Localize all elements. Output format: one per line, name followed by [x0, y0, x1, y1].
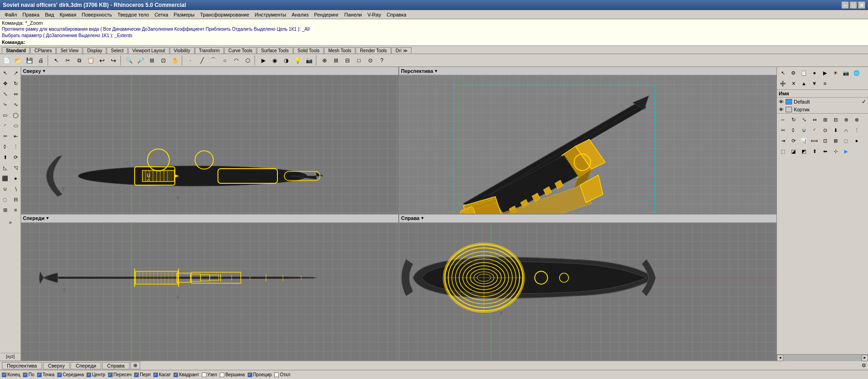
rt-offset[interactable]: ⊙	[820, 125, 830, 135]
snap-point-check[interactable]: ✓	[37, 373, 42, 377]
snap-tan-check[interactable]: ✓	[153, 373, 158, 377]
menu-dimensions[interactable]: Размеры	[171, 11, 197, 18]
lt-surf-extrude[interactable]: ⬆	[0, 152, 10, 162]
rt-boolean[interactable]: ∪	[799, 125, 809, 135]
minimize-button[interactable]: ─	[841, 1, 849, 9]
layer-color-kortik[interactable]	[786, 107, 792, 112]
rt-env[interactable]: 🌐	[852, 68, 862, 78]
tb-zoom-extents[interactable]: ⊡	[158, 55, 169, 66]
tb-select[interactable]: ↖	[51, 55, 62, 66]
menu-tools[interactable]: Инструменты	[252, 11, 289, 18]
tab-curve-tools[interactable]: Curve Tools	[224, 47, 257, 54]
lt-ellipse[interactable]: ⬭	[11, 121, 21, 131]
rt-join[interactable]: ⧲	[788, 125, 798, 135]
snap-vertex-check[interactable]	[220, 373, 224, 377]
menu-surface[interactable]: Поверхность	[79, 11, 115, 18]
rt-extend[interactable]: ⇥	[778, 136, 788, 146]
rt-scale[interactable]: ⤡	[799, 115, 809, 125]
rt-snap2[interactable]: ⊠	[830, 136, 841, 146]
layer-visibility-icon2[interactable]: 👁	[779, 107, 784, 112]
tb-pan[interactable]: ✋	[169, 55, 180, 66]
rt-render3[interactable]: ▶	[841, 146, 851, 156]
rt-pts-off[interactable]: ●	[852, 136, 862, 146]
tab-render-tools[interactable]: Render Tools	[356, 47, 391, 54]
tb-help[interactable]: ?	[376, 55, 387, 66]
lt-circle2[interactable]: ◯	[11, 110, 21, 120]
rt-analyze[interactable]: 📊	[799, 136, 809, 146]
viewport-front-content[interactable]: z x	[21, 223, 398, 361]
tb-material[interactable]: ◑	[281, 55, 292, 66]
rt-render[interactable]: ▶	[820, 68, 830, 78]
lt-scale[interactable]: ⤡	[0, 89, 10, 99]
rt-project[interactable]: ⬇	[830, 125, 841, 135]
tb-render2[interactable]: ◉	[269, 55, 280, 66]
lt-rectangle[interactable]: ▭	[0, 110, 10, 120]
rt-network[interactable]: ⊹	[830, 146, 841, 156]
rt-patch[interactable]: ◪	[788, 146, 798, 156]
tb-print[interactable]: 🖨	[35, 55, 46, 66]
tab-select[interactable]: Select	[107, 47, 128, 54]
tb-snap[interactable]: ⊕	[319, 55, 330, 66]
tb-light[interactable]: 💡	[292, 55, 303, 66]
tab-mesh-tools[interactable]: Mesh Tools	[324, 47, 355, 54]
lt-rotate[interactable]: ↻	[11, 78, 21, 88]
menu-analysis[interactable]: Анализ	[289, 11, 311, 18]
layer-visibility-icon[interactable]: 👁	[779, 99, 784, 104]
tb-paste[interactable]: 📋	[85, 55, 96, 66]
scroll-left[interactable]: ◄	[777, 355, 783, 361]
menu-vray[interactable]: V-Ray	[364, 11, 384, 18]
lt-boolean-union[interactable]: ∪	[0, 184, 10, 194]
rt-drape[interactable]: ◩	[799, 146, 809, 156]
rt-split[interactable]: ⋮	[852, 125, 862, 135]
layer-row-default[interactable]: 👁 Default ✓	[777, 98, 868, 106]
lt-polyline[interactable]: ⤷	[0, 99, 10, 110]
tab-perspective[interactable]: Перспектива	[2, 362, 42, 369]
rt-group[interactable]: ⊕	[841, 115, 851, 125]
lt-cage-edit[interactable]: ⊟	[11, 194, 21, 204]
tb-zoom-out[interactable]: 🔎	[135, 55, 146, 66]
tb-arc[interactable]: ◠	[231, 55, 242, 66]
lt-split[interactable]: ⋮	[11, 142, 21, 152]
menu-help[interactable]: Справка	[384, 11, 409, 18]
viewport-perspective-header[interactable]: Перспектива ▼	[399, 67, 776, 75]
tb-circle[interactable]: ○	[219, 55, 230, 66]
rt-add-layer[interactable]: ➕	[778, 78, 788, 88]
tab-visibility[interactable]: Visibility	[170, 47, 195, 54]
snap-quad-check[interactable]: ✓	[174, 373, 178, 377]
lt-expand[interactable]: ≡	[11, 205, 21, 215]
rt-distance[interactable]: ⟺	[809, 136, 819, 146]
rt-layer[interactable]: 📋	[799, 68, 809, 78]
tab-right[interactable]: Справа	[102, 362, 130, 369]
tab-surface-tools[interactable]: Surface Tools	[257, 47, 293, 54]
snap-konets-check[interactable]: ✓	[2, 373, 6, 377]
tab-standard[interactable]: Standard	[2, 47, 30, 54]
lt-select-all[interactable]: ↗	[11, 68, 21, 78]
tab-transform[interactable]: Transform	[195, 47, 224, 54]
lt-group[interactable]: ⊞	[0, 205, 10, 215]
tb-redo[interactable]: ↪	[108, 55, 119, 66]
tb-poly[interactable]: ⬡	[242, 55, 253, 66]
scroll-right[interactable]: ►	[862, 355, 868, 361]
rt-cage[interactable]: ⬚	[778, 146, 788, 156]
menu-render[interactable]: Рендеринг	[311, 11, 342, 18]
rt-filter[interactable]: ≡	[820, 78, 830, 88]
tab-setview[interactable]: Set View	[56, 47, 82, 54]
viewport-right-arrow[interactable]: ▼	[420, 216, 424, 220]
tab-front[interactable]: Спереди	[71, 362, 101, 369]
viewport-right[interactable]: Справа ▼ z y	[399, 214, 776, 361]
rt-extrude2[interactable]: ⬆	[809, 146, 819, 156]
tab-display[interactable]: Display	[83, 47, 106, 54]
lt-solid-sphere[interactable]: ●	[11, 173, 21, 183]
lt-solid-box[interactable]: ⬛	[0, 173, 10, 183]
rt-up[interactable]: ▲	[799, 78, 809, 88]
lt-surf-loft[interactable]: ◺	[0, 163, 10, 173]
scroll-track[interactable]	[783, 355, 862, 361]
lt-freeform[interactable]: ∿	[11, 99, 21, 110]
lt-select-arrow[interactable]: ↖	[0, 68, 10, 78]
tb-ortho[interactable]: ⊟	[342, 55, 353, 66]
tb-line[interactable]: ╱	[196, 55, 207, 66]
settings-gear[interactable]: ⚙	[862, 363, 866, 368]
menu-edit[interactable]: Правка	[20, 11, 42, 18]
rt-rotate[interactable]: ↻	[788, 115, 798, 125]
tb-open[interactable]: 📂	[12, 55, 23, 66]
